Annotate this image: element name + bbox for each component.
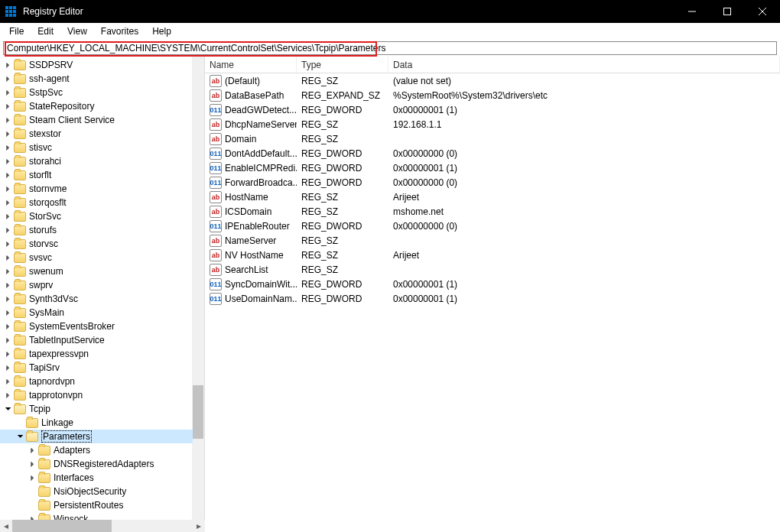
chevron-right-icon[interactable]: ⏵ <box>3 157 14 165</box>
tree-item[interactable]: ⏵SSDPSRV <box>0 58 193 72</box>
chevron-right-icon[interactable]: ⏵ <box>28 473 38 482</box>
scrollbar-track-horizontal[interactable] <box>12 520 193 532</box>
chevron-right-icon[interactable]: ⏵ <box>3 115 14 124</box>
chevron-right-icon[interactable]: ⏵ <box>3 349 14 358</box>
list-row[interactable]: abDhcpNameServerREG_SZ192.168.1.1 <box>205 117 780 131</box>
list-row[interactable]: abNameServerREG_SZ <box>205 233 780 248</box>
menu-file[interactable]: File <box>3 24 30 38</box>
list-row[interactable]: abDomainREG_SZ <box>205 131 780 146</box>
tree-item[interactable]: ⏵stexstor <box>0 127 193 141</box>
tree-item[interactable]: ⏵StateRepository <box>0 99 193 113</box>
list-row[interactable]: 011DeadGWDetect...REG_DWORD0x00000001 (1… <box>205 102 780 117</box>
list-row[interactable]: 011DontAddDefault...REG_DWORD0x00000000 … <box>205 146 780 161</box>
chevron-right-icon[interactable]: ⏵ <box>3 88 14 96</box>
tree-item[interactable]: ⏵DNSRegisteredAdapters <box>0 457 193 471</box>
close-button[interactable] <box>745 0 780 23</box>
chevron-right-icon[interactable]: ⏵ <box>3 225 14 234</box>
list-view[interactable]: Name Type Data ab(Default)REG_SZ(value n… <box>205 57 780 529</box>
chevron-right-icon[interactable]: ⏵ <box>3 170 14 179</box>
tree-item[interactable]: ⏷Tcpip <box>0 402 193 416</box>
list-row[interactable]: 011IPEnableRouterREG_DWORD0x00000000 (0) <box>205 219 780 233</box>
chevron-down-icon[interactable]: ⏷ <box>3 404 14 413</box>
tree-item[interactable]: ⏵SstpSvc <box>0 86 193 99</box>
list-row[interactable]: abICSDomainREG_SZmshome.net <box>205 204 780 219</box>
tree-item[interactable]: ⏵swenum <box>0 264 193 278</box>
list-row[interactable]: abNV HostNameREG_SZArijeet <box>205 248 780 262</box>
menu-view[interactable]: View <box>61 24 93 38</box>
tree-item[interactable]: ⏵stisvc <box>0 141 193 154</box>
chevron-right-icon[interactable]: ⏵ <box>3 322 14 330</box>
list-row[interactable]: 011ForwardBroadca...REG_DWORD0x00000000 … <box>205 175 780 190</box>
chevron-right-icon[interactable]: ⏵ <box>3 377 14 385</box>
tree-item[interactable]: Linkage <box>0 416 193 430</box>
tree-item[interactable]: ⏵storahci <box>0 154 193 168</box>
tree-item[interactable]: ⏵TabletInputService <box>0 333 193 347</box>
chevron-right-icon[interactable]: ⏵ <box>3 391 14 399</box>
tree-item[interactable]: ⏵tapnordvpn <box>0 375 193 388</box>
chevron-right-icon[interactable]: ⏵ <box>28 459 38 468</box>
column-type[interactable]: Type <box>297 57 388 73</box>
list-row[interactable]: ab(Default)REG_SZ(value not set) <box>205 73 780 88</box>
chevron-right-icon[interactable]: ⏵ <box>3 253 14 261</box>
scrollbar-thumb-vertical[interactable] <box>193 385 203 439</box>
column-data[interactable]: Data <box>388 57 780 73</box>
tree-item[interactable]: ⏷Parameters <box>0 430 193 443</box>
tree-item[interactable]: ⏵ssh-agent <box>0 72 193 86</box>
chevron-right-icon[interactable]: ⏵ <box>3 336 14 344</box>
tree-view[interactable]: ⏵SSDPSRV⏵ssh-agent⏵SstpSvc⏵StateReposito… <box>0 57 205 529</box>
chevron-right-icon[interactable]: ⏵ <box>3 60 14 69</box>
tree-item[interactable]: ⏵SysMain <box>0 306 193 320</box>
list-row[interactable]: abSearchListREG_SZ <box>205 262 780 277</box>
menu-edit[interactable]: Edit <box>31 24 60 38</box>
chevron-right-icon[interactable]: ⏵ <box>3 74 14 83</box>
tree-item[interactable]: NsiObjectSecurity <box>0 485 193 498</box>
tree-item[interactable]: ⏵tapprotonvpn <box>0 388 193 402</box>
address-bar[interactable]: Computer\HKEY_LOCAL_MACHINE\SYSTEM\Curre… <box>3 41 777 55</box>
tree-item[interactable]: ⏵storufs <box>0 223 193 237</box>
list-row[interactable]: abHostNameREG_SZArijeet <box>205 190 780 204</box>
chevron-right-icon[interactable]: ⏵ <box>28 446 38 454</box>
tree-item[interactable]: ⏵svsvc <box>0 251 193 264</box>
chevron-right-icon[interactable]: ⏵ <box>3 294 14 303</box>
chevron-right-icon[interactable]: ⏵ <box>3 308 14 316</box>
tree-item[interactable]: ⏵storvsc <box>0 237 193 251</box>
minimize-button[interactable] <box>674 0 710 23</box>
menu-favorites[interactable]: Favorites <box>95 24 145 38</box>
tree-item[interactable]: ⏵StorSvc <box>0 209 193 223</box>
tree-item[interactable]: ⏵Interfaces <box>0 471 193 485</box>
list-row[interactable]: abDataBasePathREG_EXPAND_SZ%SystemRoot%\… <box>205 88 780 102</box>
maximize-button[interactable] <box>710 0 745 23</box>
chevron-right-icon[interactable]: ⏵ <box>3 198 14 206</box>
tree-item[interactable]: ⏵Adapters <box>0 443 193 457</box>
tree-item[interactable]: ⏵Steam Client Service <box>0 113 193 127</box>
chevron-right-icon[interactable]: ⏵ <box>3 129 14 138</box>
chevron-right-icon[interactable]: ⏵ <box>3 143 14 151</box>
tree-item[interactable]: ⏵storqosflt <box>0 196 193 209</box>
chevron-right-icon[interactable]: ⏵ <box>3 102 14 110</box>
tree-item[interactable]: ⏵TapiSrv <box>0 361 193 375</box>
tree-item[interactable]: ⏵SystemEventsBroker <box>0 320 193 333</box>
list-row[interactable]: 011SyncDomainWit...REG_DWORD0x00000001 (… <box>205 277 780 291</box>
chevron-right-icon[interactable]: ⏵ <box>3 239 14 248</box>
chevron-down-icon[interactable]: ⏷ <box>15 432 26 440</box>
chevron-right-icon[interactable]: ⏵ <box>3 363 14 371</box>
tree-item[interactable]: PersistentRoutes <box>0 498 193 512</box>
scroll-left-button[interactable]: ◂ <box>0 520 12 532</box>
tree-item[interactable]: ⏵stornvme <box>0 182 193 196</box>
tree-item[interactable]: ⏵swprv <box>0 278 193 292</box>
tree-item[interactable]: ⏵storflt <box>0 168 193 182</box>
scrollbar-thumb-horizontal[interactable] <box>12 520 112 532</box>
list-row[interactable]: 011UseDomainNam...REG_DWORD0x00000001 (1… <box>205 291 780 306</box>
chevron-right-icon[interactable]: ⏵ <box>3 184 14 193</box>
list-row[interactable]: 011EnableICMPRedi...REG_DWORD0x00000001 … <box>205 161 780 175</box>
chevron-right-icon[interactable]: ⏵ <box>3 212 14 220</box>
menu-help[interactable]: Help <box>146 24 177 38</box>
scrollbar-horizontal[interactable]: ◂ ▸ <box>0 520 205 532</box>
scroll-right-button[interactable]: ▸ <box>193 520 205 532</box>
chevron-right-icon[interactable]: ⏵ <box>3 267 14 275</box>
scrollbar-track-vertical[interactable] <box>192 57 204 529</box>
chevron-right-icon[interactable]: ⏵ <box>3 281 14 289</box>
tree-item[interactable]: ⏵Synth3dVsc <box>0 292 193 306</box>
column-name[interactable]: Name <box>205 57 297 73</box>
tree-item[interactable]: ⏵tapexpressvpn <box>0 347 193 361</box>
